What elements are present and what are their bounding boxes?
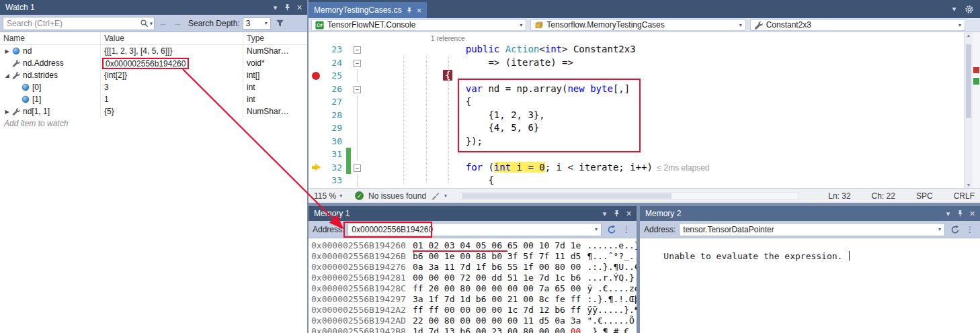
zoom-select[interactable]: 115 % ▾ — [314, 191, 350, 201]
previous-result-icon[interactable]: ← — [157, 18, 169, 28]
pin-icon[interactable] — [611, 208, 622, 220]
glyph-margin[interactable] — [309, 109, 323, 122]
code-text[interactable]: { — [364, 69, 980, 83]
watch-value-cell[interactable]: {[[1, 2, 3], [4, 5, 6]]} — [101, 45, 243, 57]
codelens-references[interactable]: 1 reference — [431, 35, 465, 42]
memory2-title-bar[interactable]: Memory 2 ▾ × — [640, 206, 980, 221]
watch-row[interactable]: ▶nd[1, 1]{5}NumShar… — [0, 105, 307, 117]
memory-row[interactable]: 0x000002556B1942760a 3a 11 7d 1f b6 55 1… — [311, 262, 637, 273]
glyph-margin[interactable] — [309, 174, 323, 187]
code-text[interactable]: var nd = np.array(new byte[,] — [364, 83, 980, 96]
issues-check-icon[interactable]: ✓ — [355, 191, 364, 200]
code-cleanup-icon[interactable] — [431, 191, 440, 200]
line-indicator[interactable]: Ln: 32 — [828, 191, 850, 201]
refresh-icon[interactable] — [606, 224, 617, 235]
collapse-icon[interactable]: − — [354, 164, 361, 172]
chevron-down-icon[interactable]: ▾ — [444, 193, 447, 199]
window-list-caret-icon[interactable]: ▾ — [948, 3, 960, 15]
code-text[interactable]: for (int i = 0; i < iterate; i++) ≤ 2ms … — [364, 161, 980, 175]
glyph-margin[interactable] — [309, 148, 323, 161]
pin-icon[interactable] — [954, 208, 966, 220]
code-editor[interactable]: 1 reference23−public Action<int> Constan… — [309, 32, 980, 188]
window-position-caret-icon[interactable]: ▾ — [270, 2, 281, 13]
tab-close-icon[interactable]: × — [417, 5, 422, 15]
watch-row[interactable]: ◢nd.strides{int[2]}int[] — [0, 69, 307, 81]
document-tab[interactable]: MemoryTestingCases.cs × — [309, 2, 427, 18]
column-header-name[interactable]: Name — [0, 32, 101, 44]
column-header-value[interactable]: Value — [101, 32, 243, 44]
scroll-down-icon[interactable]: ▼ — [965, 183, 973, 187]
glyph-margin[interactable] — [309, 69, 323, 83]
watch-value-cell[interactable]: {5} — [101, 105, 243, 117]
project-dropdown[interactable]: TensorFlowNET.Console ▾ — [311, 19, 526, 31]
glyph-margin[interactable] — [309, 161, 323, 175]
member-dropdown[interactable]: Constant2x3 ▾ — [750, 19, 965, 31]
issues-status[interactable]: No issues found — [368, 191, 426, 201]
vertical-scrollbar[interactable]: ▲ ▼ — [964, 32, 973, 188]
glyph-margin[interactable] — [309, 43, 323, 56]
breakpoint-icon[interactable] — [312, 72, 320, 80]
search-icon[interactable] — [140, 19, 149, 28]
scrollbar-thumb[interactable] — [966, 44, 971, 118]
code-text[interactable]: { — [364, 95, 980, 109]
address-combobox[interactable]: 0x000002556B194260 ▾ — [348, 223, 602, 236]
watch-row[interactable]: [1]1int — [0, 93, 307, 105]
memory-row[interactable]: 0x000002556B1942973a 1f 7d 1d b6 00 21 0… — [311, 294, 637, 305]
code-text[interactable] — [364, 148, 980, 161]
memory-row[interactable]: 0x000002556B1942B81d 7d 13 b6 00 23 00 8… — [311, 326, 637, 333]
scrollbar-thumb[interactable] — [462, 193, 671, 199]
next-result-icon[interactable]: → — [171, 18, 183, 28]
address-combobox[interactable]: tensor.TensorDataPointer ▾ — [679, 223, 945, 236]
code-text[interactable]: public Action<int> Constant2x3 — [364, 43, 980, 56]
window-position-caret-icon[interactable]: ▾ — [942, 208, 954, 220]
glyph-margin[interactable] — [309, 83, 323, 96]
memory-content[interactable]: 0x000002556B19426001 02 03 04 05 06 65 0… — [309, 238, 637, 333]
code-text[interactable]: {1, 2, 3}, — [364, 109, 980, 122]
memory-row[interactable]: 0x000002556B1942A2ff ff 00 00 00 00 1c 7… — [311, 305, 637, 316]
watch-value-cell[interactable]: 1 — [101, 93, 243, 105]
column-indicator[interactable]: Ch: 22 — [872, 191, 895, 201]
memory-row[interactable]: 0x000002556B19428Cff 20 00 80 00 00 00 0… — [311, 283, 637, 294]
pin-icon[interactable] — [282, 2, 293, 13]
watch-title-bar[interactable]: Watch 1 ▾ × — [0, 0, 307, 15]
horizontal-scrollbar[interactable] — [460, 192, 799, 200]
search-box[interactable]: ▾ — [3, 17, 155, 30]
code-text[interactable]: { — [364, 174, 980, 187]
expander-icon[interactable]: ▶ — [3, 109, 11, 115]
code-text[interactable]: => (iterate) => — [364, 56, 980, 70]
glyph-margin[interactable] — [309, 95, 323, 109]
settings-gear-icon[interactable] — [963, 3, 975, 15]
search-options-caret-icon[interactable]: ▾ — [149, 20, 153, 27]
expander-icon[interactable]: ▶ — [3, 48, 11, 54]
collapse-icon[interactable]: − — [354, 86, 361, 93]
toolbar-overflow-icon[interactable]: ⋮ — [620, 225, 632, 234]
code-text[interactable]: {4, 5, 6} — [364, 122, 980, 135]
memory-row[interactable]: 0x000002556B19426001 02 03 04 05 06 65 0… — [311, 240, 637, 251]
memory-row[interactable]: 0x000002556B1942AD22 00 80 00 00 00 00 1… — [311, 316, 637, 326]
glyph-margin[interactable] — [309, 56, 323, 70]
insert-mode-indicator[interactable]: SPC — [916, 191, 933, 201]
scroll-up-icon[interactable]: ▲ — [965, 33, 973, 38]
code-text[interactable]: }); — [364, 135, 980, 148]
watch-value-cell[interactable]: 0x000002556b194260 — [101, 57, 243, 69]
line-ending-indicator[interactable]: CRLF — [954, 191, 975, 201]
memory-row[interactable]: 0x000002556B19428100 00 00 72 00 dd 51 1… — [311, 273, 637, 283]
close-icon[interactable]: × — [623, 208, 635, 220]
watch-value-cell[interactable]: {int[2]} — [101, 69, 243, 81]
watch-row[interactable]: [0]3int — [0, 81, 307, 93]
close-icon[interactable]: × — [294, 2, 305, 13]
expander-icon[interactable]: ◢ — [3, 73, 11, 79]
type-dropdown[interactable]: Tensorflow.MemoryTestingCases ▾ — [530, 19, 745, 31]
toolbar-overflow-icon[interactable]: ⋮ — [964, 225, 976, 234]
tab-pin-icon[interactable] — [406, 5, 413, 15]
filter-icon[interactable] — [274, 17, 286, 29]
close-icon[interactable]: × — [967, 208, 978, 220]
memory1-title-bar[interactable]: Memory 1 ▾ × — [309, 206, 637, 221]
add-item-row[interactable]: Add item to watch — [0, 117, 307, 130]
watch-row[interactable]: ▶nd{[[1, 2, 3], [4, 5, 6]]}NumShar… — [0, 45, 307, 57]
collapse-icon[interactable]: − — [354, 46, 361, 54]
refresh-icon[interactable] — [949, 224, 961, 235]
watch-row[interactable]: nd.Address0x000002556b194260void* — [0, 57, 307, 69]
watch-value-cell[interactable]: 3 — [101, 81, 243, 93]
collapse-icon[interactable]: − — [354, 60, 361, 67]
